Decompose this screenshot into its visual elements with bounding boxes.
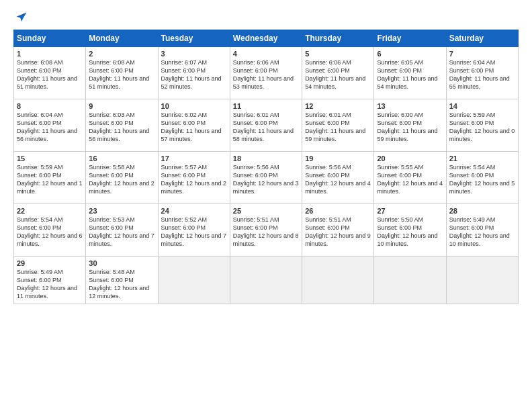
day-number: 25: [233, 207, 299, 215]
day-number: 11: [233, 102, 299, 110]
day-number: 27: [377, 207, 443, 215]
day-info: Sunrise: 5:54 AMSunset: 6:00 PMDaylight:…: [449, 163, 515, 196]
day-info: Sunrise: 5:56 AMSunset: 6:00 PMDaylight:…: [305, 163, 371, 196]
day-info: Sunrise: 5:55 AMSunset: 6:00 PMDaylight:…: [377, 163, 443, 196]
day-header-thursday: Thursday: [302, 30, 374, 47]
calendar-cell: [446, 257, 518, 304]
day-number: 10: [161, 102, 227, 110]
logo: [13, 11, 28, 24]
calendar-cell: 18Sunrise: 5:56 AMSunset: 6:00 PMDayligh…: [230, 152, 302, 204]
calendar-cell: 11Sunrise: 6:01 AMSunset: 6:00 PMDayligh…: [230, 99, 302, 152]
calendar-cell: 20Sunrise: 5:55 AMSunset: 6:00 PMDayligh…: [374, 152, 446, 204]
day-info: Sunrise: 6:01 AMSunset: 6:00 PMDaylight:…: [305, 111, 371, 144]
day-info: Sunrise: 6:00 AMSunset: 6:00 PMDaylight:…: [377, 111, 443, 144]
day-number: 12: [305, 102, 371, 110]
day-number: 22: [17, 207, 83, 215]
day-info: Sunrise: 5:53 AMSunset: 6:00 PMDaylight:…: [89, 216, 154, 248]
calendar-cell: 25Sunrise: 5:51 AMSunset: 6:00 PMDayligh…: [230, 204, 302, 257]
day-header-sunday: Sunday: [14, 30, 86, 47]
day-number: 4: [233, 50, 299, 58]
calendar-week-3: 15Sunrise: 5:59 AMSunset: 6:00 PMDayligh…: [14, 152, 519, 204]
day-number: 26: [305, 207, 371, 215]
day-number: 5: [305, 50, 371, 58]
calendar-week-4: 22Sunrise: 5:54 AMSunset: 6:00 PMDayligh…: [14, 204, 519, 257]
day-info: Sunrise: 6:04 AMSunset: 6:00 PMDaylight:…: [449, 58, 515, 91]
day-info: Sunrise: 6:07 AMSunset: 6:00 PMDaylight:…: [161, 58, 227, 91]
day-number: 21: [449, 154, 515, 163]
day-info: Sunrise: 5:59 AMSunset: 6:00 PMDaylight:…: [17, 163, 83, 196]
day-number: 30: [89, 259, 154, 267]
header: [13, 11, 519, 24]
calendar-cell: 28Sunrise: 5:49 AMSunset: 6:00 PMDayligh…: [446, 204, 518, 257]
calendar-cell: 26Sunrise: 5:51 AMSunset: 6:00 PMDayligh…: [302, 204, 374, 257]
day-header-friday: Friday: [374, 30, 446, 47]
calendar-cell: [230, 257, 302, 304]
day-info: Sunrise: 5:51 AMSunset: 6:00 PMDaylight:…: [233, 216, 299, 248]
calendar-cell: [158, 257, 230, 304]
day-number: 7: [449, 50, 515, 58]
page: SundayMondayTuesdayWednesdayThursdayFrid…: [0, 0, 532, 411]
calendar-cell: 8Sunrise: 6:04 AMSunset: 6:00 PMDaylight…: [14, 99, 86, 152]
day-number: 20: [377, 154, 443, 163]
day-info: Sunrise: 5:57 AMSunset: 6:00 PMDaylight:…: [161, 163, 227, 196]
day-number: 2: [89, 50, 154, 58]
day-info: Sunrise: 5:51 AMSunset: 6:00 PMDaylight:…: [305, 216, 371, 248]
day-number: 14: [449, 102, 515, 110]
calendar-cell: 12Sunrise: 6:01 AMSunset: 6:00 PMDayligh…: [302, 99, 374, 152]
calendar-cell: 19Sunrise: 5:56 AMSunset: 6:00 PMDayligh…: [302, 152, 374, 204]
day-number: 16: [89, 154, 154, 163]
calendar-cell: 30Sunrise: 5:48 AMSunset: 6:00 PMDayligh…: [86, 257, 158, 304]
day-info: Sunrise: 6:08 AMSunset: 6:00 PMDaylight:…: [89, 58, 154, 91]
day-info: Sunrise: 6:03 AMSunset: 6:00 PMDaylight:…: [89, 111, 154, 144]
calendar-cell: 3Sunrise: 6:07 AMSunset: 6:00 PMDaylight…: [158, 47, 230, 99]
calendar-cell: 7Sunrise: 6:04 AMSunset: 6:00 PMDaylight…: [446, 47, 518, 99]
calendar-cell: 2Sunrise: 6:08 AMSunset: 6:00 PMDaylight…: [86, 47, 158, 99]
calendar-cell: 4Sunrise: 6:06 AMSunset: 6:00 PMDaylight…: [230, 47, 302, 99]
day-info: Sunrise: 5:50 AMSunset: 6:00 PMDaylight:…: [377, 216, 443, 248]
calendar-week-2: 8Sunrise: 6:04 AMSunset: 6:00 PMDaylight…: [14, 99, 519, 152]
day-info: Sunrise: 5:49 AMSunset: 6:00 PMDaylight:…: [17, 268, 83, 301]
day-number: 23: [89, 207, 154, 215]
calendar-cell: 10Sunrise: 6:02 AMSunset: 6:00 PMDayligh…: [158, 99, 230, 152]
day-info: Sunrise: 5:49 AMSunset: 6:00 PMDaylight:…: [449, 216, 515, 248]
calendar-cell: 9Sunrise: 6:03 AMSunset: 6:00 PMDaylight…: [86, 99, 158, 152]
day-header-saturday: Saturday: [446, 30, 518, 47]
day-info: Sunrise: 5:54 AMSunset: 6:00 PMDaylight:…: [17, 216, 83, 248]
calendar-cell: 17Sunrise: 5:57 AMSunset: 6:00 PMDayligh…: [158, 152, 230, 204]
day-number: 24: [161, 207, 227, 215]
day-number: 15: [17, 154, 83, 163]
day-number: 17: [161, 154, 227, 163]
calendar-cell: 15Sunrise: 5:59 AMSunset: 6:00 PMDayligh…: [14, 152, 86, 204]
day-number: 18: [233, 154, 299, 163]
day-number: 3: [161, 50, 227, 58]
calendar-cell: 6Sunrise: 6:05 AMSunset: 6:00 PMDaylight…: [374, 47, 446, 99]
calendar-week-1: 1Sunrise: 6:08 AMSunset: 6:00 PMDaylight…: [14, 47, 519, 99]
calendar-cell: 5Sunrise: 6:06 AMSunset: 6:00 PMDaylight…: [302, 47, 374, 99]
day-number: 9: [89, 102, 154, 110]
calendar-cell: [374, 257, 446, 304]
day-info: Sunrise: 6:06 AMSunset: 6:00 PMDaylight:…: [233, 58, 299, 91]
calendar-cell: 29Sunrise: 5:49 AMSunset: 6:00 PMDayligh…: [14, 257, 86, 304]
day-info: Sunrise: 5:48 AMSunset: 6:00 PMDaylight:…: [89, 268, 154, 301]
day-info: Sunrise: 6:06 AMSunset: 6:00 PMDaylight:…: [305, 58, 371, 91]
day-info: Sunrise: 5:59 AMSunset: 6:00 PMDaylight:…: [449, 111, 515, 144]
calendar-cell: 22Sunrise: 5:54 AMSunset: 6:00 PMDayligh…: [14, 204, 86, 257]
day-number: 6: [377, 50, 443, 58]
calendar-cell: 21Sunrise: 5:54 AMSunset: 6:00 PMDayligh…: [446, 152, 518, 204]
calendar-cell: 13Sunrise: 6:00 AMSunset: 6:00 PMDayligh…: [374, 99, 446, 152]
day-header-monday: Monday: [86, 30, 158, 47]
day-header-wednesday: Wednesday: [230, 30, 302, 47]
calendar-header-row: SundayMondayTuesdayWednesdayThursdayFrid…: [14, 30, 519, 47]
day-number: 29: [17, 259, 83, 267]
day-header-tuesday: Tuesday: [158, 30, 230, 47]
day-number: 8: [17, 102, 83, 110]
day-info: Sunrise: 5:52 AMSunset: 6:00 PMDaylight:…: [161, 216, 227, 248]
calendar-cell: 23Sunrise: 5:53 AMSunset: 6:00 PMDayligh…: [86, 204, 158, 257]
calendar-cell: 1Sunrise: 6:08 AMSunset: 6:00 PMDaylight…: [14, 47, 86, 99]
calendar-cell: 16Sunrise: 5:58 AMSunset: 6:00 PMDayligh…: [86, 152, 158, 204]
calendar-cell: 24Sunrise: 5:52 AMSunset: 6:00 PMDayligh…: [158, 204, 230, 257]
day-info: Sunrise: 6:01 AMSunset: 6:00 PMDaylight:…: [233, 111, 299, 144]
day-number: 13: [377, 102, 443, 110]
day-info: Sunrise: 5:58 AMSunset: 6:00 PMDaylight:…: [89, 163, 154, 196]
logo-bird-icon: [15, 11, 28, 24]
